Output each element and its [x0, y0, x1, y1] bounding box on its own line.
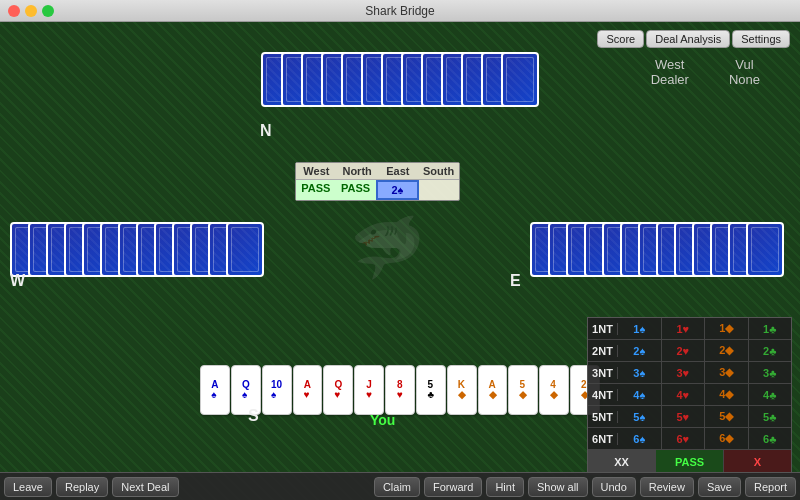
report-button[interactable]: Report: [745, 477, 796, 497]
west-card-12: [226, 222, 264, 277]
bid-cell-5-3[interactable]: 6♣: [749, 428, 792, 449]
bid-cell-4-3[interactable]: 5♣: [749, 406, 792, 427]
south-card-0[interactable]: A♠: [200, 365, 230, 415]
bid-cell-1-3[interactable]: 2♣: [749, 340, 792, 361]
save-button[interactable]: Save: [698, 477, 741, 497]
south-card-2[interactable]: 10♠: [262, 365, 292, 415]
traffic-lights: [8, 5, 54, 17]
bid-level-3: 4NT: [588, 389, 618, 401]
bid-south-1: —: [419, 180, 459, 200]
bid-level-0: 1NT: [588, 323, 618, 335]
left-buttons: Leave Replay Next Deal: [4, 477, 179, 497]
north-card-12: [501, 52, 539, 107]
window-title: Shark Bridge: [365, 4, 434, 18]
east-position-label: E: [510, 272, 521, 290]
dealer-col: West Dealer: [651, 57, 689, 87]
deal-info: West Dealer Vul None: [651, 57, 760, 87]
settings-button[interactable]: Settings: [732, 30, 790, 48]
bid-cell-0-0[interactable]: 1♠: [618, 318, 662, 339]
south-card-6[interactable]: 8♥: [385, 365, 415, 415]
minimize-button[interactable]: [25, 5, 37, 17]
bid-cell-5-1[interactable]: 6♥: [662, 428, 706, 449]
deal-analysis-button[interactable]: Deal Analysis: [646, 30, 730, 48]
bid-cell-2-3[interactable]: 3♣: [749, 362, 792, 383]
bid-cell-3-2[interactable]: 4◆: [705, 384, 749, 405]
undo-button[interactable]: Undo: [592, 477, 636, 497]
north-hand: [200, 52, 600, 107]
south-card-10[interactable]: 5◆: [508, 365, 538, 415]
south-card-9[interactable]: A◆: [478, 365, 508, 415]
bid-north-1: PASS: [336, 180, 376, 200]
bid-cell-1-1[interactable]: 2♥: [662, 340, 706, 361]
bid-cell-0-2[interactable]: 1◆: [705, 318, 749, 339]
bid-cell-2-1[interactable]: 3♥: [662, 362, 706, 383]
game-area: Score Deal Analysis Settings West Dealer…: [0, 22, 800, 500]
replay-button[interactable]: Replay: [56, 477, 108, 497]
bid-cell-5-2[interactable]: 6◆: [705, 428, 749, 449]
claim-button[interactable]: Claim: [374, 477, 420, 497]
review-button[interactable]: Review: [640, 477, 694, 497]
south-card-4[interactable]: Q♥: [323, 365, 353, 415]
leave-button[interactable]: Leave: [4, 477, 52, 497]
bid-col-west: West: [296, 163, 337, 179]
top-right-buttons: Score Deal Analysis Settings: [597, 30, 790, 48]
bid-west-1: PASS: [296, 180, 336, 200]
west-label: West: [655, 57, 684, 72]
bid-level-4: 5NT: [588, 411, 618, 423]
bid-level-5: 6NT: [588, 433, 618, 445]
bid-col-south: South: [418, 163, 459, 179]
south-card-5[interactable]: J♥: [354, 365, 384, 415]
bid-panel-row-2: 3NT3♠3♥3◆3♣: [588, 362, 791, 384]
bid-panel-row-5: 6NT6♠6♥6◆6♣: [588, 428, 791, 450]
bid-cell-2-0[interactable]: 3♠: [618, 362, 662, 383]
east-card-12: [746, 222, 784, 277]
bidding-area: West North East South PASS PASS 2♠ —: [295, 162, 460, 201]
bid-level-1: 2NT: [588, 345, 618, 357]
bid-cell-1-2[interactable]: 2◆: [705, 340, 749, 361]
bid-panel-row-3: 4NT4♠4♥4◆4♣: [588, 384, 791, 406]
close-button[interactable]: [8, 5, 20, 17]
bid-cell-1-0[interactable]: 2♠: [618, 340, 662, 361]
bid-cell-3-1[interactable]: 4♥: [662, 384, 706, 405]
bid-east-1: 2♠: [376, 180, 420, 200]
west-hand: [10, 222, 264, 277]
bid-cell-4-2[interactable]: 5◆: [705, 406, 749, 427]
bid-cell-0-3[interactable]: 1♣: [749, 318, 792, 339]
south-hand: A♠Q♠10♠A♥Q♥J♥8♥5♣K◆A◆5◆4◆2◆: [200, 365, 600, 415]
dealer-label: Dealer: [651, 72, 689, 87]
forward-button[interactable]: Forward: [424, 477, 482, 497]
bid-cell-3-3[interactable]: 4♣: [749, 384, 792, 405]
show-all-button[interactable]: Show all: [528, 477, 588, 497]
bid-panel-row-1: 2NT2♠2♥2◆2♣: [588, 340, 791, 362]
bid-cell-4-0[interactable]: 5♠: [618, 406, 662, 427]
bid-action-x[interactable]: X: [724, 450, 791, 474]
east-hand: [530, 222, 784, 277]
none-label: None: [729, 72, 760, 87]
bid-table-header: West North East South: [296, 163, 459, 180]
south-card-3[interactable]: A♥: [293, 365, 323, 415]
maximize-button[interactable]: [42, 5, 54, 17]
bid-action-row: XXPASSX: [588, 450, 791, 474]
right-buttons: Claim Forward Hint Show all Undo Review …: [374, 477, 796, 497]
bid-cell-4-1[interactable]: 5♥: [662, 406, 706, 427]
score-button[interactable]: Score: [597, 30, 644, 48]
bid-action-pass[interactable]: PASS: [656, 450, 724, 474]
bid-cell-0-1[interactable]: 1♥: [662, 318, 706, 339]
north-position-label: N: [260, 122, 272, 140]
bid-panel: 1NT1♠1♥1◆1♣2NT2♠2♥2◆2♣3NT3♠3♥3◆3♣4NT4♠4♥…: [587, 317, 792, 475]
bid-row-1: PASS PASS 2♠ —: [296, 180, 459, 200]
next-deal-button[interactable]: Next Deal: [112, 477, 178, 497]
bid-cell-3-0[interactable]: 4♠: [618, 384, 662, 405]
vul-label: Vul: [735, 57, 753, 72]
bid-action-xx[interactable]: XX: [588, 450, 656, 474]
bid-cell-2-2[interactable]: 3◆: [705, 362, 749, 383]
hint-button[interactable]: Hint: [486, 477, 524, 497]
bid-col-north: North: [337, 163, 378, 179]
south-card-7[interactable]: 5♣: [416, 365, 446, 415]
bid-cell-5-0[interactable]: 6♠: [618, 428, 662, 449]
south-card-8[interactable]: K◆: [447, 365, 477, 415]
title-bar: Shark Bridge: [0, 0, 800, 22]
south-card-11[interactable]: 4◆: [539, 365, 569, 415]
vul-col: Vul None: [729, 57, 760, 87]
bid-level-2: 3NT: [588, 367, 618, 379]
